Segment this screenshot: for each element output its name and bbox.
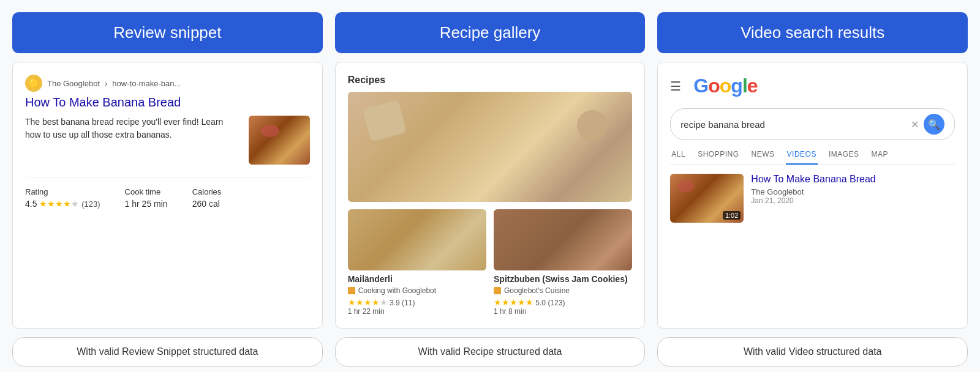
stat-rating-value: 4.5 ★★★★★ (123): [25, 199, 100, 209]
rating-number: 4.5: [25, 199, 37, 209]
recipe-item-0: Mailänderli Cooking with Googlebot ★★★★★…: [348, 209, 486, 316]
recipe-item-author-1: Googlebot's Cuisine: [494, 286, 632, 295]
review-image-inner: [249, 116, 310, 165]
logo-o1: o: [708, 75, 720, 97]
recipe-header: Recipe gallery: [335, 12, 646, 53]
video-card: ☰ Google recipe banana bread ✕ 🔍 ALL SHO…: [657, 62, 968, 329]
review-description: The best banana bread recipe you'll ever…: [25, 116, 240, 141]
search-bar[interactable]: recipe banana bread ✕ 🔍: [670, 108, 955, 140]
video-column: Video search results ☰ Google recipe ban…: [657, 12, 968, 366]
logo-o2: o: [720, 75, 731, 97]
search-tabs: ALL SHOPPING NEWS VIDEOS IMAGES MAP: [670, 147, 955, 165]
site-path: how-to-make-ban...: [112, 79, 181, 88]
tab-videos[interactable]: VIDEOS: [786, 147, 818, 165]
recipe-item-name-0: Mailänderli: [348, 274, 486, 284]
video-header: Video search results: [657, 12, 968, 53]
recipe-item-image-0: [348, 209, 486, 270]
video-thumbnail: 1:02: [670, 174, 744, 223]
review-stats: Rating 4.5 ★★★★★ (123) Cook time 1 hr 25…: [25, 177, 310, 209]
review-header: Review snippet: [12, 12, 323, 53]
recipe-column: Recipe gallery Recipes Mailänderli Cooki…: [335, 12, 646, 366]
tab-shopping[interactable]: SHOPPING: [696, 147, 740, 165]
review-site-line: 🟡 The Googlebot › how-to-make-ban...: [25, 75, 310, 92]
tab-maps[interactable]: MAP: [870, 147, 890, 165]
stat-cooktime: Cook time 1 hr 25 min: [125, 187, 168, 209]
video-duration: 1:02: [723, 211, 741, 220]
video-channel: The Googlebot: [751, 187, 875, 196]
recipe-card: Recipes Mailänderli Cooking with Googleb…: [335, 62, 646, 329]
stat-cooktime-value: 1 hr 25 min: [125, 199, 168, 209]
recipe-grid: Mailänderli Cooking with Googlebot ★★★★★…: [348, 209, 633, 316]
recipe-rating-0: 3.9: [390, 299, 400, 307]
tab-all[interactable]: ALL: [670, 147, 687, 165]
logo-e: e: [747, 75, 758, 97]
recipe-reviews-0: (11): [402, 299, 415, 307]
search-button[interactable]: 🔍: [924, 114, 944, 135]
google-header: ☰ Google: [670, 75, 955, 100]
stat-calories-label: Calories: [192, 187, 222, 196]
stat-cooktime-label: Cook time: [125, 187, 168, 196]
review-body: The best banana bread recipe you'll ever…: [25, 116, 310, 165]
stat-calories: Calories 260 cal: [192, 187, 222, 209]
site-name: The Googlebot: [47, 79, 100, 88]
video-footer: With valid Video structured data: [657, 337, 968, 366]
recipe-star-empty-0: ★: [380, 297, 388, 307]
recipe-item-author-0: Cooking with Googlebot: [348, 286, 486, 295]
recipe-footer: With valid Recipe structured data: [335, 337, 646, 366]
clear-search-icon[interactable]: ✕: [911, 119, 919, 130]
recipe-item-name-1: Spitzbuben (Swiss Jam Cookies): [494, 274, 632, 284]
stat-calories-value: 260 cal: [192, 199, 222, 209]
rating-count: (123): [81, 199, 100, 209]
review-image: [249, 116, 310, 165]
search-query-text: recipe banana bread: [680, 119, 906, 130]
recipe-item-1: Spitzbuben (Swiss Jam Cookies) Googlebot…: [494, 209, 632, 316]
review-card: 🟡 The Googlebot › how-to-make-ban... How…: [12, 62, 323, 329]
hamburger-icon[interactable]: ☰: [670, 79, 681, 94]
author-name-1: Googlebot's Cuisine: [504, 286, 570, 295]
stat-rating: Rating 4.5 ★★★★★ (123): [25, 187, 100, 209]
tab-news[interactable]: NEWS: [750, 147, 776, 165]
recipe-main-image: [348, 92, 633, 202]
tab-images[interactable]: IMAGES: [827, 147, 861, 165]
recipe-section-label: Recipes: [348, 75, 633, 86]
stat-rating-label: Rating: [25, 187, 100, 196]
logo-g: G: [693, 75, 708, 97]
recipe-item-meta-0: ★★★★★ 3.9 (11) 1 hr 22 min: [348, 297, 486, 316]
review-title[interactable]: How To Make Banana Bread: [25, 95, 310, 110]
video-result: 1:02 How To Make Banana Bread The Google…: [670, 174, 955, 223]
recipe-reviews-1: (123): [548, 299, 565, 307]
author-icon-0: [348, 287, 355, 294]
site-arrow: ›: [105, 79, 107, 88]
review-footer: With valid Review Snippet structured dat…: [12, 337, 323, 366]
video-date: Jan 21, 2020: [751, 196, 875, 205]
stars-filled: ★★★★: [39, 199, 71, 209]
recipe-item-image-1: [494, 209, 632, 270]
recipe-time-0: 1 hr 22 min: [348, 307, 385, 316]
review-column: Review snippet 🟡 The Googlebot › how-to-…: [12, 12, 323, 366]
recipe-stars-1: ★★★★★: [494, 297, 533, 307]
recipe-rating-1: 5.0: [535, 299, 546, 307]
recipe-time-1: 1 hr 8 min: [494, 307, 526, 316]
logo-l: l: [742, 75, 747, 97]
author-name-0: Cooking with Googlebot: [358, 286, 436, 295]
site-favicon: 🟡: [25, 75, 42, 92]
google-logo: Google: [693, 75, 757, 97]
recipe-item-meta-1: ★★★★★ 5.0 (123) 1 hr 8 min: [494, 297, 632, 316]
recipe-stars-0: ★★★★: [348, 297, 380, 307]
star-empty: ★: [71, 199, 79, 209]
logo-g2: g: [731, 75, 742, 97]
author-icon-1: [494, 287, 501, 294]
search-icon: 🔍: [928, 119, 940, 130]
video-info: How To Make Banana Bread The Googlebot J…: [751, 174, 875, 205]
video-title[interactable]: How To Make Banana Bread: [751, 174, 875, 185]
main-container: Review snippet 🟡 The Googlebot › how-to-…: [12, 12, 968, 366]
